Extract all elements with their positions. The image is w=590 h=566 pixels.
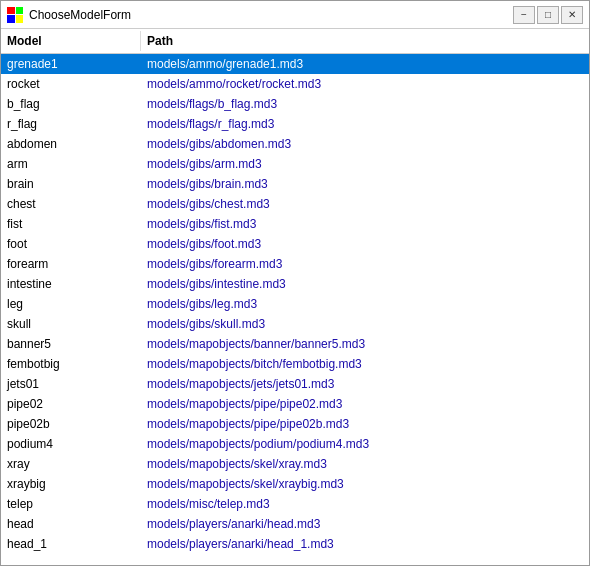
model-cell: r_flag — [1, 115, 141, 133]
model-cell: chest — [1, 195, 141, 213]
table-row[interactable]: xraymodels/mapobjects/skel/xray.md3 — [1, 454, 589, 474]
table-row[interactable]: grenade1models/ammo/grenade1.md3 — [1, 54, 589, 74]
model-column-header: Model — [1, 31, 141, 51]
path-cell: models/mapobjects/skel/xray.md3 — [141, 455, 589, 473]
path-cell: models/mapobjects/skel/xraybig.md3 — [141, 475, 589, 493]
table-row[interactable]: telepmodels/misc/telep.md3 — [1, 494, 589, 514]
path-cell: models/mapobjects/bitch/fembotbig.md3 — [141, 355, 589, 373]
model-cell: pipe02 — [1, 395, 141, 413]
table-row[interactable]: pipe02bmodels/mapobjects/pipe/pipe02b.md… — [1, 414, 589, 434]
model-cell: leg — [1, 295, 141, 313]
model-cell: head — [1, 515, 141, 533]
model-cell: arm — [1, 155, 141, 173]
title-bar: ChooseModelForm − □ ✕ — [1, 1, 589, 29]
path-cell: models/gibs/chest.md3 — [141, 195, 589, 213]
table-row[interactable]: skullmodels/gibs/skull.md3 — [1, 314, 589, 334]
app-icon — [7, 7, 23, 23]
path-column-header: Path — [141, 31, 589, 51]
model-cell: pipe02b — [1, 415, 141, 433]
close-button[interactable]: ✕ — [561, 6, 583, 24]
table-row[interactable]: legmodels/gibs/leg.md3 — [1, 294, 589, 314]
model-cell: jets01 — [1, 375, 141, 393]
model-cell: intestine — [1, 275, 141, 293]
model-cell: xraybig — [1, 475, 141, 493]
table-row[interactable]: rocketmodels/ammo/rocket/rocket.md3 — [1, 74, 589, 94]
path-cell: models/gibs/foot.md3 — [141, 235, 589, 253]
model-cell: grenade1 — [1, 55, 141, 73]
path-cell: models/players/anarki/head.md3 — [141, 515, 589, 533]
path-cell: models/gibs/skull.md3 — [141, 315, 589, 333]
path-cell: models/mapobjects/pipe/pipe02.md3 — [141, 395, 589, 413]
table-row[interactable]: headmodels/players/anarki/head.md3 — [1, 514, 589, 534]
table-row[interactable]: footmodels/gibs/foot.md3 — [1, 234, 589, 254]
table-row[interactable]: head_1models/players/anarki/head_1.md3 — [1, 534, 589, 554]
path-cell: models/misc/telep.md3 — [141, 495, 589, 513]
table-container: Model Path grenade1models/ammo/grenade1.… — [1, 29, 589, 565]
table-row[interactable]: banner5models/mapobjects/banner/banner5.… — [1, 334, 589, 354]
table-body[interactable]: grenade1models/ammo/grenade1.md3rocketmo… — [1, 54, 589, 565]
path-cell: models/gibs/brain.md3 — [141, 175, 589, 193]
path-cell: models/players/anarki/head_1.md3 — [141, 535, 589, 553]
maximize-button[interactable]: □ — [537, 6, 559, 24]
path-cell: models/mapobjects/podium/podium4.md3 — [141, 435, 589, 453]
path-cell: models/mapobjects/pipe/pipe02b.md3 — [141, 415, 589, 433]
path-cell: models/flags/b_flag.md3 — [141, 95, 589, 113]
model-cell: fist — [1, 215, 141, 233]
table-row[interactable]: pipe02models/mapobjects/pipe/pipe02.md3 — [1, 394, 589, 414]
model-cell: banner5 — [1, 335, 141, 353]
model-cell: xray — [1, 455, 141, 473]
table-row[interactable]: r_flagmodels/flags/r_flag.md3 — [1, 114, 589, 134]
path-cell: models/mapobjects/jets/jets01.md3 — [141, 375, 589, 393]
main-window: ChooseModelForm − □ ✕ Model Path grenade… — [0, 0, 590, 566]
table-row[interactable]: podium4models/mapobjects/podium/podium4.… — [1, 434, 589, 454]
window-controls: − □ ✕ — [513, 6, 583, 24]
path-cell: models/ammo/grenade1.md3 — [141, 55, 589, 73]
path-cell: models/gibs/fist.md3 — [141, 215, 589, 233]
path-cell: models/ammo/rocket/rocket.md3 — [141, 75, 589, 93]
path-cell: models/gibs/abdomen.md3 — [141, 135, 589, 153]
path-cell: models/gibs/intestine.md3 — [141, 275, 589, 293]
model-cell: podium4 — [1, 435, 141, 453]
path-cell: models/gibs/leg.md3 — [141, 295, 589, 313]
model-cell: b_flag — [1, 95, 141, 113]
table-row[interactable]: chestmodels/gibs/chest.md3 — [1, 194, 589, 214]
path-cell: models/gibs/forearm.md3 — [141, 255, 589, 273]
table-row[interactable]: fistmodels/gibs/fist.md3 — [1, 214, 589, 234]
table-row[interactable]: fembotbigmodels/mapobjects/bitch/fembotb… — [1, 354, 589, 374]
table-row[interactable]: xraybigmodels/mapobjects/skel/xraybig.md… — [1, 474, 589, 494]
path-cell: models/gibs/arm.md3 — [141, 155, 589, 173]
table-row[interactable]: b_flagmodels/flags/b_flag.md3 — [1, 94, 589, 114]
window-title: ChooseModelForm — [29, 8, 507, 22]
minimize-button[interactable]: − — [513, 6, 535, 24]
table-row[interactable]: intestinemodels/gibs/intestine.md3 — [1, 274, 589, 294]
model-cell: abdomen — [1, 135, 141, 153]
model-cell: fembotbig — [1, 355, 141, 373]
path-cell: models/flags/r_flag.md3 — [141, 115, 589, 133]
table-row[interactable]: armmodels/gibs/arm.md3 — [1, 154, 589, 174]
model-cell: rocket — [1, 75, 141, 93]
table-row[interactable]: forearmmodels/gibs/forearm.md3 — [1, 254, 589, 274]
model-cell: forearm — [1, 255, 141, 273]
table-row[interactable]: abdomenmodels/gibs/abdomen.md3 — [1, 134, 589, 154]
model-cell: foot — [1, 235, 141, 253]
model-cell: telep — [1, 495, 141, 513]
table-header: Model Path — [1, 29, 589, 54]
table-row[interactable]: jets01models/mapobjects/jets/jets01.md3 — [1, 374, 589, 394]
model-cell: brain — [1, 175, 141, 193]
model-cell: head_1 — [1, 535, 141, 553]
table-row[interactable]: brainmodels/gibs/brain.md3 — [1, 174, 589, 194]
path-cell: models/mapobjects/banner/banner5.md3 — [141, 335, 589, 353]
model-cell: skull — [1, 315, 141, 333]
